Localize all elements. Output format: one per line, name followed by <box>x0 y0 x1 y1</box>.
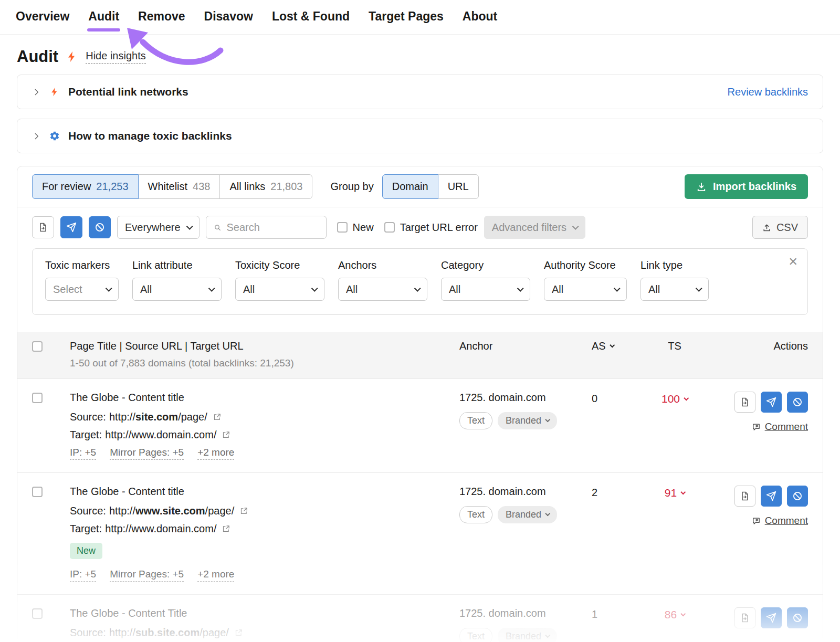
chevron-down-icon <box>414 285 421 292</box>
send-to-remove-button[interactable] <box>761 607 782 628</box>
panel-potential-link-networks[interactable]: Potential link networks Review backlinks <box>17 75 823 109</box>
filter-value: Select <box>53 283 82 296</box>
chevron-right-icon <box>32 132 41 141</box>
close-filters-icon[interactable]: ✕ <box>789 256 798 268</box>
mirror-pages-link[interactable]: Mirror Pages: +5 <box>110 569 184 582</box>
search-input[interactable] <box>227 222 319 234</box>
row-checkbox[interactable] <box>32 487 43 497</box>
move-to-list-button[interactable] <box>734 607 755 628</box>
block-icon <box>94 222 105 233</box>
external-link-icon[interactable] <box>213 413 222 422</box>
send-to-disavow-button[interactable] <box>89 216 111 238</box>
page-header: Audit Hide insights <box>17 47 823 66</box>
link-attribute-dropdown[interactable]: All <box>132 278 222 301</box>
more-link[interactable]: +2 more <box>197 447 234 460</box>
nav-disavow[interactable]: Disavow <box>204 9 253 24</box>
import-backlinks-button[interactable]: Import backlinks <box>685 174 808 199</box>
send-to-remove-button[interactable] <box>761 486 782 507</box>
tab-for-review[interactable]: For review 21,253 <box>32 174 139 199</box>
filters-panel: Toxic markers Select Link attribute All … <box>32 248 808 315</box>
table-header: Page Title | Source URL | Target URL 1-5… <box>17 332 823 378</box>
ip-expand-link[interactable]: IP: +5 <box>70 447 96 460</box>
move-to-list-button[interactable] <box>32 216 54 238</box>
block-icon <box>792 397 803 407</box>
move-to-list-button[interactable] <box>734 392 755 413</box>
comment-link[interactable]: Comment <box>752 421 808 433</box>
checkbox[interactable] <box>384 222 395 233</box>
scope-dropdown[interactable]: Everywhere <box>117 216 200 239</box>
tab-label: Whitelist <box>148 181 188 193</box>
row-checkbox[interactable] <box>32 393 43 403</box>
send-to-disavow-button[interactable] <box>787 486 808 507</box>
target-url-error-checkbox[interactable]: Target URL error <box>384 222 478 234</box>
target-url-error-label: Target URL error <box>400 222 478 234</box>
toxicity-score-dropdown[interactable]: 100 <box>640 392 709 405</box>
ip-expand-link[interactable]: IP: +5 <box>70 569 96 582</box>
send-to-disavow-button[interactable] <box>787 392 808 413</box>
move-to-list-button[interactable] <box>734 486 755 507</box>
toxicity-score-dropdown[interactable]: All <box>235 278 324 301</box>
branded-dropdown[interactable]: Branded <box>498 412 557 429</box>
review-backlinks-link[interactable]: Review backlinks <box>728 86 808 98</box>
group-by-url[interactable]: URL <box>438 174 479 199</box>
tag-text-pill: Text <box>459 412 492 429</box>
column-anchor: Anchor <box>459 340 592 352</box>
more-link[interactable]: +2 more <box>197 569 234 582</box>
nav-target-pages[interactable]: Target Pages <box>369 9 444 24</box>
column-page-title: Page Title | Source URL | Target URL <box>70 340 459 352</box>
checkbox[interactable] <box>337 222 348 233</box>
group-by-domain[interactable]: Domain <box>382 174 438 199</box>
row-checkbox[interactable] <box>32 608 43 619</box>
nav-remove[interactable]: Remove <box>138 9 185 24</box>
comment-link[interactable]: Comment <box>752 515 808 527</box>
nav-overview[interactable]: Overview <box>16 9 69 24</box>
toolbar: Everywhere New Target URL error Advanced… <box>17 207 823 247</box>
anchors-dropdown[interactable]: All <box>338 278 427 301</box>
hide-insights-link[interactable]: Hide insights <box>86 50 146 64</box>
export-csv-button[interactable]: CSV <box>752 216 808 239</box>
nav-audit[interactable]: Audit <box>88 9 119 24</box>
external-link-icon[interactable] <box>239 507 248 515</box>
paper-plane-icon <box>66 222 77 233</box>
column-ts: TS <box>640 340 709 352</box>
filter-toxicity-score: Toxicity Score All <box>235 259 324 301</box>
link-type-dropdown[interactable]: All <box>640 278 709 301</box>
panel-manage-toxic-backlinks[interactable]: How to manage toxic backlinks <box>17 119 823 153</box>
panel-title: Potential link networks <box>68 86 188 98</box>
external-link-icon[interactable] <box>222 524 230 533</box>
branded-dropdown[interactable]: Branded <box>498 628 557 642</box>
source-label: Source: <box>70 411 106 423</box>
external-link-icon[interactable] <box>222 430 230 439</box>
advanced-filters-dropdown[interactable]: Advanced filters <box>484 216 585 239</box>
chevron-down-icon <box>614 285 621 292</box>
filter-toxic-markers: Toxic markers Select <box>45 259 119 301</box>
new-badge: New <box>70 543 102 559</box>
external-link-icon[interactable] <box>234 628 243 637</box>
mirror-pages-link[interactable]: Mirror Pages: +5 <box>110 447 184 460</box>
column-as-sort[interactable]: AS <box>592 340 640 352</box>
table-row: The Globe - Content title Source: http:/… <box>17 378 823 472</box>
authority-score-dropdown[interactable]: All <box>544 278 627 301</box>
branded-dropdown[interactable]: Branded <box>498 506 557 523</box>
filter-value: All <box>449 283 460 296</box>
filter-link-type: Link type All <box>640 259 709 301</box>
chevron-down-icon <box>311 285 318 292</box>
tab-all-links[interactable]: All links 21,803 <box>219 174 312 199</box>
new-filter-checkbox[interactable]: New <box>337 222 374 234</box>
filter-value: All <box>346 283 358 296</box>
send-to-disavow-button[interactable] <box>787 607 808 628</box>
toxicity-score-dropdown[interactable]: 91 <box>640 486 709 499</box>
tab-whitelist[interactable]: Whitelist 438 <box>138 174 220 199</box>
send-to-remove-button[interactable] <box>60 216 82 238</box>
search-icon <box>214 223 222 232</box>
select-all-checkbox[interactable] <box>32 341 43 352</box>
new-filter-label: New <box>353 222 374 234</box>
chevron-down-icon <box>680 611 686 616</box>
table-row: The Globe - Content Title Source: http:/… <box>17 594 823 642</box>
category-dropdown[interactable]: All <box>441 278 530 301</box>
toxicity-score-dropdown[interactable]: 86 <box>640 607 709 621</box>
toxic-markers-dropdown[interactable]: Select <box>45 278 119 301</box>
nav-about[interactable]: About <box>463 9 497 24</box>
send-to-remove-button[interactable] <box>761 392 782 413</box>
nav-lost-and-found[interactable]: Lost & Found <box>272 9 350 24</box>
